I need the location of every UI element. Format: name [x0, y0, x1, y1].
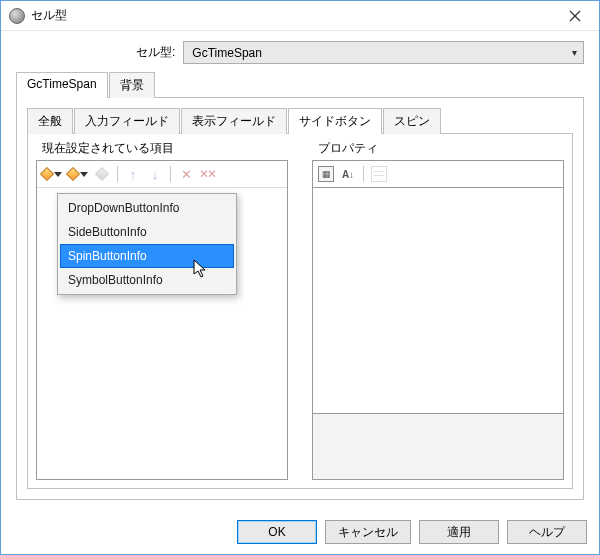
inner-tab-panel: 現在設定されている項目: [27, 133, 573, 489]
chevron-down-icon: ▾: [572, 47, 577, 58]
close-button[interactable]: [555, 2, 595, 30]
titlebar: セル型: [1, 1, 599, 31]
dialog-buttons: OK キャンセル 適用 ヘルプ: [1, 512, 599, 554]
toolbar-separator: [170, 166, 171, 182]
tab-input-fields[interactable]: 入力フィールド: [74, 108, 180, 134]
outer-tabs: GcTimeSpan 背景: [16, 72, 584, 98]
properties-column: プロパティ ▦ A↓: [312, 140, 564, 480]
diamond-icon: [95, 167, 109, 181]
arrow-down-icon: ↓: [152, 167, 159, 182]
tab-background[interactable]: 背景: [109, 72, 155, 98]
tab-gctimespan[interactable]: GcTimeSpan: [16, 72, 108, 98]
property-grid-area[interactable]: [312, 187, 564, 414]
property-grid: ▦ A↓: [312, 160, 564, 480]
categorized-icon: ▦: [318, 166, 334, 182]
dropdown-item-symbolbuttoninfo[interactable]: SymbolButtonInfo: [60, 268, 234, 292]
move-down-button: ↓: [145, 164, 165, 184]
app-icon: [9, 8, 25, 24]
delete-button: ✕: [176, 164, 196, 184]
chevron-down-icon: [80, 172, 88, 177]
move-up-button: ↑: [123, 164, 143, 184]
tab-general[interactable]: 全般: [27, 108, 73, 134]
add-alt-dropdown-button[interactable]: [66, 164, 90, 184]
tab-side-buttons[interactable]: サイドボタン: [288, 108, 382, 134]
cell-type-label: セル型:: [136, 44, 175, 61]
tab-display-fields[interactable]: 表示フィールド: [181, 108, 287, 134]
items-listbox[interactable]: ↑ ↓ ✕ ✕✕ DropDownButtonInfo SideButtonIn…: [36, 160, 288, 480]
add-dropdown-menu: DropDownButtonInfo SideButtonInfo SpinBu…: [57, 193, 237, 295]
toolbar-separator: [117, 166, 118, 182]
add-dropdown-button[interactable]: [40, 164, 64, 184]
items-column: 現在設定されている項目: [36, 140, 288, 480]
diamond-icon: [66, 167, 80, 181]
chevron-down-icon: [54, 172, 62, 177]
dropdown-item-sidebuttoninfo[interactable]: SideButtonInfo: [60, 220, 234, 244]
cell-type-row: セル型: GcTimeSpan ▾: [16, 41, 584, 64]
delete-all-icon: ✕✕: [200, 167, 216, 181]
help-button[interactable]: ヘルプ: [507, 520, 587, 544]
dropdown-item-spinbuttoninfo[interactable]: SpinButtonInfo: [60, 244, 234, 268]
alphabetical-button[interactable]: A↓: [338, 164, 358, 184]
diamond-icon: [40, 167, 54, 181]
delete-all-button: ✕✕: [198, 164, 218, 184]
arrow-up-icon: ↑: [130, 167, 137, 182]
cell-type-selected: GcTimeSpan: [192, 46, 262, 60]
cancel-button[interactable]: キャンセル: [325, 520, 411, 544]
properties-heading: プロパティ: [318, 140, 564, 157]
tab-spin[interactable]: スピン: [383, 108, 441, 134]
apply-button[interactable]: 適用: [419, 520, 499, 544]
dialog-body: セル型: GcTimeSpan ▾ GcTimeSpan 背景 全般 入力フィー…: [1, 31, 599, 512]
toolbar-separator: [363, 166, 364, 182]
categorized-button[interactable]: ▦: [316, 164, 336, 184]
property-description-area: [312, 414, 564, 480]
copy-button: [92, 164, 112, 184]
window-title: セル型: [31, 7, 555, 24]
close-icon: [569, 10, 581, 22]
dialog-window: セル型 セル型: GcTimeSpan ▾ GcTimeSpan 背景: [0, 0, 600, 555]
items-heading: 現在設定されている項目: [42, 140, 288, 157]
alphabetical-icon: A↓: [340, 166, 356, 182]
ok-button[interactable]: OK: [237, 520, 317, 544]
cell-type-select[interactable]: GcTimeSpan ▾: [183, 41, 584, 64]
items-toolbar: ↑ ↓ ✕ ✕✕: [37, 161, 287, 188]
inner-tabs: 全般 入力フィールド 表示フィールド サイドボタン スピン: [27, 108, 573, 134]
property-pages-icon: [371, 166, 387, 182]
outer-tab-panel: 全般 入力フィールド 表示フィールド サイドボタン スピン 現在設定されている項…: [16, 97, 584, 500]
property-grid-toolbar: ▦ A↓: [312, 160, 564, 187]
delete-icon: ✕: [181, 167, 192, 182]
dropdown-item-dropdownbuttoninfo[interactable]: DropDownButtonInfo: [60, 196, 234, 220]
property-pages-button: [369, 164, 389, 184]
